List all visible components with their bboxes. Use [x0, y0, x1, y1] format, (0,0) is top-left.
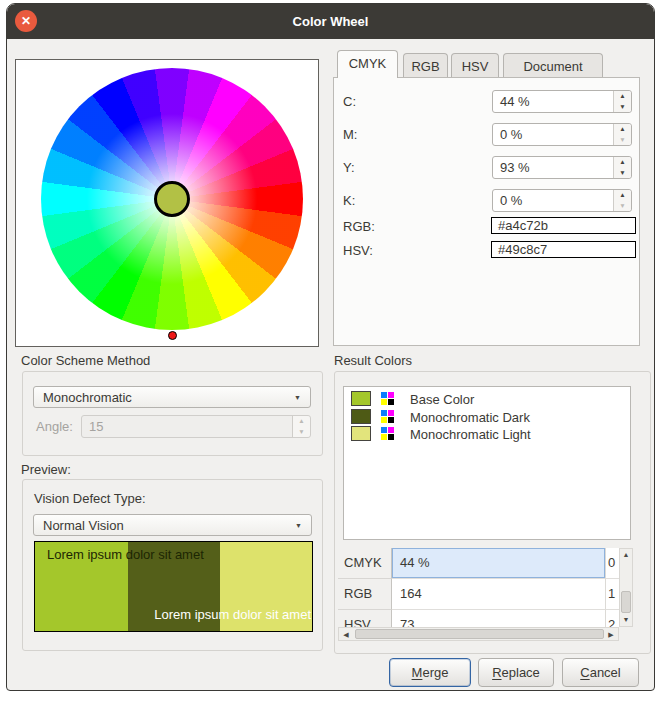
- magenta-spinfield[interactable]: 0 % ▲▼: [492, 123, 632, 146]
- yellow-spinfield[interactable]: 93 % ▲▼: [492, 156, 632, 179]
- vision-defect-dropdown[interactable]: Normal Vision ▼: [33, 514, 312, 536]
- value-cell[interactable]: 73: [392, 610, 606, 627]
- cyan-value: 44 %: [493, 91, 613, 112]
- vertical-scrollbar[interactable]: ▲ ▼: [619, 548, 633, 627]
- value-cell[interactable]: 44 %: [392, 548, 606, 579]
- key-label: K:: [343, 193, 355, 208]
- spin-up-icon[interactable]: ▲: [614, 124, 631, 135]
- scheme-method-dropdown[interactable]: Monochromatic ▼: [33, 386, 311, 408]
- result-colors-groupbox: Base Color Monochromatic Dark Monochroma…: [334, 371, 651, 654]
- cyan-spinfield[interactable]: 44 % ▲▼: [492, 90, 632, 113]
- preview-title: Preview:: [21, 462, 71, 477]
- spin-up-icon[interactable]: ▲: [614, 190, 631, 201]
- result-colors-list: Base Color Monochromatic Dark Monochroma…: [343, 386, 631, 540]
- table-row-rgb: RGB 164 1: [338, 579, 619, 610]
- color-swatch: [351, 426, 371, 441]
- hue-marker[interactable]: [168, 331, 177, 340]
- list-item-monochromatic-dark[interactable]: Monochromatic Dark: [344, 408, 630, 426]
- color-scheme-groupbox: Monochromatic ▼ Angle: 15 ▲▼: [22, 371, 323, 456]
- list-item-base-color[interactable]: Base Color: [344, 390, 630, 408]
- list-item-monochromatic-light[interactable]: Monochromatic Light: [344, 425, 630, 443]
- tab-rgb[interactable]: RGB: [403, 53, 448, 77]
- value-cell[interactable]: 164: [392, 579, 606, 610]
- replace-button[interactable]: Replace: [478, 658, 554, 687]
- angle-spinfield: 15 ▲▼: [81, 415, 311, 438]
- wheel-selected-color-swatch: [154, 181, 190, 217]
- overflow-cell[interactable]: 1: [606, 579, 619, 610]
- replace-button-accesskey: R: [492, 665, 501, 680]
- titlebar: ✕ Color Wheel: [7, 4, 654, 39]
- merge-button-label: erge: [422, 665, 448, 680]
- rgb-hex-label: RGB:: [343, 219, 375, 234]
- tab-document[interactable]: Document: [503, 53, 603, 77]
- result-colors-title: Result Colors: [334, 353, 412, 368]
- spin-down-icon[interactable]: ▼: [614, 102, 631, 113]
- list-item-label: Monochromatic Dark: [410, 410, 530, 425]
- scroll-down-icon[interactable]: ▼: [620, 616, 632, 623]
- replace-button-label: eplace: [502, 665, 540, 680]
- scheme-method-value: Monochromatic: [43, 390, 294, 405]
- preview-groupbox: Vision Defect Type: Normal Vision ▼ Lore…: [22, 479, 323, 651]
- list-item-label: Base Color: [410, 392, 474, 407]
- hsv-hex-input[interactable]: #49c8c7: [491, 241, 636, 258]
- scroll-up-icon[interactable]: ▲: [620, 551, 632, 558]
- cancel-button-accesskey: C: [580, 665, 589, 680]
- spin-down-icon: ▼: [293, 427, 310, 438]
- cmyk-color-model-icon: [381, 427, 394, 440]
- cancel-button[interactable]: Cancel: [562, 658, 639, 687]
- vertical-scrollbar-thumb[interactable]: [621, 591, 631, 613]
- yellow-label: Y:: [343, 160, 355, 175]
- spin-up-icon[interactable]: ▲: [614, 91, 631, 102]
- cancel-button-label: ancel: [590, 665, 621, 680]
- scroll-left-icon[interactable]: ◀: [341, 631, 351, 639]
- merge-button[interactable]: Merge: [389, 658, 471, 687]
- key-spinfield[interactable]: 0 % ▲▼: [492, 189, 632, 212]
- spin-down-icon[interactable]: ▼: [614, 135, 631, 146]
- spin-down-icon[interactable]: ▼: [614, 168, 631, 179]
- color-swatch: [351, 409, 371, 424]
- sample-text-dark: Lorem ipsum dolor sit amet: [47, 547, 204, 562]
- tab-document-label: Document: [504, 54, 602, 74]
- row-header-cell: HSV: [338, 610, 392, 627]
- vision-defect-value: Normal Vision: [43, 518, 295, 533]
- vision-defect-type-label: Vision Defect Type:: [34, 491, 146, 506]
- overflow-cell[interactable]: 0: [606, 548, 619, 579]
- angle-label: Angle:: [36, 419, 73, 434]
- tab-cmyk-label: CMYK: [338, 51, 397, 71]
- table-row-cmyk: CMYK 44 % 0: [338, 548, 619, 579]
- overflow-cell[interactable]: 2: [606, 610, 619, 627]
- cmyk-color-model-icon: [381, 410, 394, 423]
- tab-hsv-label: HSV: [452, 54, 498, 74]
- tab-cmyk[interactable]: CMYK: [337, 50, 398, 78]
- color-wheel-canvas: [15, 59, 319, 347]
- spin-down-icon[interactable]: ▼: [614, 201, 631, 212]
- window-title: Color Wheel: [7, 4, 654, 39]
- yellow-value: 93 %: [493, 157, 613, 178]
- merge-button-accesskey: M: [412, 665, 423, 680]
- spin-up-icon: ▲: [293, 416, 310, 427]
- cyan-label: C:: [343, 94, 356, 109]
- color-swatch: [351, 391, 371, 406]
- tab-rgb-label: RGB: [404, 54, 447, 74]
- magenta-value: 0 %: [493, 124, 613, 145]
- row-header-cell: CMYK: [338, 548, 392, 579]
- sample-text-light: Lorem ipsum dolor sit amet: [154, 607, 311, 622]
- color-preview-sample: Lorem ipsum dolor sit amet Lorem ipsum d…: [34, 541, 313, 632]
- cmyk-color-model-icon: [381, 392, 394, 405]
- tab-hsv[interactable]: HSV: [451, 53, 499, 77]
- color-scheme-method-title: Color Scheme Method: [21, 353, 150, 368]
- angle-value: 15: [82, 416, 292, 437]
- rgb-hex-input[interactable]: #a4c72b: [491, 217, 636, 234]
- row-header-cell: RGB: [338, 579, 392, 610]
- list-item-label: Monochromatic Light: [410, 427, 531, 442]
- tabpage-cmyk: C: 44 % ▲▼ M: 0 % ▲▼ Y: 93 % ▲▼ K: 0 % ▲…: [333, 77, 640, 346]
- chevron-down-icon: ▼: [294, 394, 301, 401]
- magenta-label: M:: [343, 127, 357, 142]
- horizontal-scrollbar-thumb[interactable]: [355, 629, 604, 639]
- table-row-hsv: HSV 73 2: [338, 610, 619, 627]
- key-value: 0 %: [493, 190, 613, 211]
- horizontal-scrollbar[interactable]: ◀ ▶: [338, 627, 619, 641]
- scroll-right-icon[interactable]: ▶: [606, 631, 616, 639]
- spin-up-icon[interactable]: ▲: [614, 157, 631, 168]
- result-values-table: CMYK 44 % 0 RGB 164 1 HSV 73 2: [338, 548, 619, 627]
